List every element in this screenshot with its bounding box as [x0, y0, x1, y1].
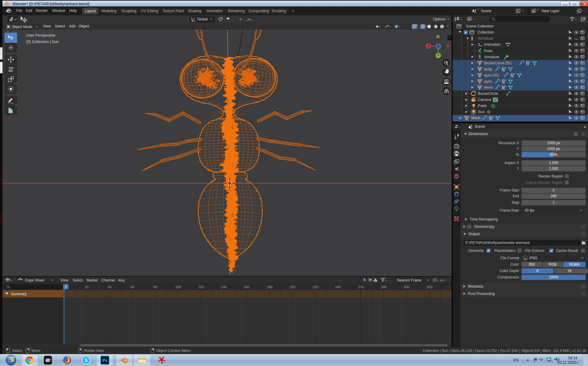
- svg-text:Frame Rate: Frame Rate: [500, 208, 519, 213]
- svg-text:File Extensi..: File Extensi..: [525, 249, 546, 253]
- svg-text:▾: ▾: [459, 126, 460, 128]
- svg-text:220: 220: [312, 285, 318, 289]
- svg-text:Collection | Sun | Verts:26,13: Collection | Sun | Verts:26,138 | Faces:…: [423, 349, 586, 353]
- svg-text:Crop to Render Region: Crop to Render Region: [525, 181, 563, 185]
- svg-text:Aspect X: Aspect X: [504, 161, 519, 165]
- svg-text:▾: ▾: [575, 18, 576, 21]
- svg-text:Armature: Armature: [478, 36, 493, 41]
- svg-text:180: 180: [267, 285, 272, 289]
- svg-text:Y: Y: [437, 54, 439, 57]
- svg-text:Step: Step: [511, 200, 519, 205]
- svg-text:80: 80: [153, 285, 157, 289]
- svg-text:Resolution X: Resolution X: [498, 141, 519, 145]
- svg-text:BW: BW: [529, 262, 535, 267]
- svg-text:▾: ▾: [460, 18, 461, 21]
- svg-text:300: 300: [403, 285, 409, 289]
- svg-text:▾: ▾: [444, 279, 445, 282]
- svg-text:Move: Move: [31, 349, 41, 353]
- svg-text:Color: Color: [510, 262, 519, 267]
- svg-text:Dimensions: Dimensions: [468, 132, 488, 136]
- svg-text:Placeholders: Placeholders: [494, 249, 515, 253]
- svg-text:8: 8: [536, 269, 539, 273]
- svg-text:1000 px: 1000 px: [547, 147, 560, 151]
- svg-text:Camera: Camera: [478, 98, 491, 102]
- svg-text:Cache Result: Cache Result: [556, 249, 578, 253]
- svg-text:S: S: [84, 358, 88, 363]
- svg-text:File Format: File Format: [500, 256, 519, 260]
- svg-text:20: 20: [85, 285, 89, 289]
- svg-text:Post Processing: Post Processing: [468, 292, 495, 296]
- svg-text:1: 1: [553, 200, 555, 205]
- svg-text:Output: Output: [468, 232, 480, 236]
- svg-text:D:\PETAR\3d\firefly\ant\render: D:\PETAR\3d\firefly\ant\render anim\ant: [465, 241, 530, 245]
- svg-text:Render Region: Render Region: [538, 174, 563, 178]
- svg-text:260: 260: [550, 194, 557, 198]
- svg-text:▾: ▾: [389, 25, 390, 28]
- svg-text:Y: Y: [517, 167, 519, 171]
- svg-text:▾: ▾: [473, 18, 474, 21]
- svg-text:160: 160: [244, 285, 249, 289]
- svg-text:Mesh: Mesh: [484, 85, 493, 90]
- svg-text:320: 320: [426, 285, 432, 289]
- svg-text:40: 40: [108, 285, 112, 289]
- svg-text:Collection: Collection: [478, 30, 494, 34]
- svg-text:08:14: 08:14: [568, 356, 577, 360]
- svg-text:Ps: Ps: [102, 358, 107, 363]
- svg-text:eyes.001: eyes.001: [484, 73, 499, 77]
- svg-text:View: View: [60, 278, 68, 282]
- svg-text:%: %: [516, 152, 519, 157]
- svg-text:▾: ▾: [385, 279, 386, 282]
- svg-text:Select: Select: [73, 278, 83, 282]
- svg-text:body: body: [484, 67, 492, 71]
- svg-text:Overwrite: Overwrite: [468, 249, 484, 253]
- svg-text:eyes: eyes: [484, 79, 492, 84]
- svg-text:RGBA: RGBA: [569, 262, 579, 267]
- svg-text:Summary: Summary: [11, 292, 27, 296]
- svg-text:▾: ▾: [11, 279, 12, 282]
- svg-text:140: 140: [221, 285, 227, 289]
- svg-text:30 fps: 30 fps: [525, 208, 535, 213]
- svg-text:Rotate View: Rotate View: [84, 349, 104, 353]
- svg-text:Sun: Sun: [478, 110, 485, 114]
- svg-text:240: 240: [335, 285, 341, 289]
- svg-text:Z: Z: [437, 45, 439, 48]
- svg-text:Nearest Frame: Nearest Frame: [397, 278, 421, 282]
- svg-text:Marker: Marker: [87, 278, 98, 282]
- svg-text:BezierCurve.001: BezierCurve.001: [484, 61, 512, 65]
- svg-text:Stereoscopy: Stereoscopy: [474, 224, 495, 229]
- svg-text:Dope Sheet: Dope Sheet: [25, 278, 45, 282]
- svg-text:120: 120: [198, 285, 204, 289]
- svg-text:0: 0: [553, 188, 555, 192]
- svg-text:16: 16: [567, 269, 572, 273]
- svg-text:Channel: Channel: [101, 278, 115, 282]
- svg-text:200: 200: [289, 285, 295, 289]
- svg-text:Animation: Animation: [484, 42, 500, 47]
- svg-text:Scene: Scene: [475, 124, 485, 129]
- svg-text:PNG: PNG: [529, 256, 537, 260]
- svg-text:Scene Collection: Scene Collection: [466, 24, 493, 28]
- svg-text:BezierCircle: BezierCircle: [478, 92, 498, 96]
- svg-text:60: 60: [131, 285, 135, 289]
- svg-text:Pose: Pose: [484, 49, 493, 53]
- svg-text:100: 100: [175, 285, 181, 289]
- svg-text:Metadata: Metadata: [468, 284, 483, 289]
- svg-text:End: End: [513, 194, 519, 198]
- svg-text:1.000: 1.000: [549, 167, 558, 171]
- svg-text:EN: EN: [513, 358, 518, 362]
- svg-text:RGB: RGB: [549, 262, 557, 267]
- svg-text:100%: 100%: [549, 275, 558, 279]
- svg-text:Frame Start: Frame Start: [500, 188, 519, 192]
- svg-text:▾: ▾: [437, 279, 438, 282]
- svg-text:Point: Point: [478, 104, 486, 108]
- svg-text:1.000: 1.000: [549, 161, 558, 165]
- svg-text:Y: Y: [517, 147, 519, 151]
- svg-text:Object Context Menu: Object Context Menu: [156, 349, 191, 353]
- svg-text:0: 0: [65, 285, 67, 289]
- svg-text:Armature: Armature: [484, 55, 499, 59]
- svg-text:Mesh: Mesh: [471, 116, 480, 120]
- svg-text:Key: Key: [118, 278, 125, 282]
- svg-text:Select: Select: [12, 349, 22, 353]
- svg-text:Color Depth: Color Depth: [500, 269, 519, 273]
- svg-text:‹: ‹: [449, 285, 450, 289]
- svg-text:▾: ▾: [399, 25, 400, 28]
